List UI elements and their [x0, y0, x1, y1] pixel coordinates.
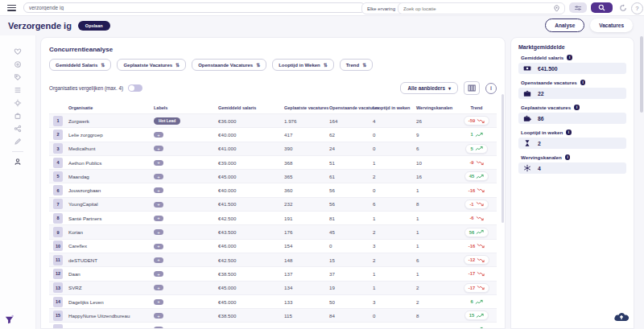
organisation-name: Korian [68, 229, 154, 235]
reset-button[interactable] [617, 2, 629, 13]
table-scrollbar[interactable] [502, 94, 504, 223]
table-row[interactable]: 8 Santé Partners + €42.500 191 81 1 1 -6 [49, 211, 497, 224]
save-button[interactable]: Opslaan [78, 21, 110, 31]
table-row[interactable]: 15 HappyNurse Uitzendbureau + €38.500 11… [49, 308, 497, 322]
table-row[interactable]: 10 Careflex + €46.000 154 0 3 1 -16 [49, 239, 497, 253]
posted-vacancies-cell: 133 [284, 299, 329, 305]
info-icon[interactable]: i [565, 154, 571, 160]
pencil-icon[interactable] [14, 138, 22, 146]
info-icon[interactable]: i [485, 83, 497, 94]
salary-cell: €43.500 [218, 229, 284, 235]
chip-gemiddeld-salaris[interactable]: Gemiddeld Salaris⇅ [49, 59, 111, 71]
cloud-sync-icon[interactable] [613, 310, 632, 323]
location-input[interactable] [398, 6, 553, 11]
providers-select[interactable]: Alle aanbieders ▾ [400, 82, 458, 94]
location-search-field[interactable] [398, 2, 565, 14]
trend-down-icon [476, 201, 484, 207]
channels-cell: 10 [416, 160, 455, 166]
trend-cell: -17 [455, 269, 498, 278]
search-icon [598, 4, 605, 11]
vacatures-button[interactable]: Vacatures [590, 19, 633, 32]
table-row[interactable]: 12 Daan + €38.500 137 37 1 1 -17 [49, 266, 497, 280]
help-button[interactable]: ? [631, 2, 643, 14]
trend-badge: -59 [464, 116, 489, 125]
gear-icon[interactable] [14, 99, 22, 107]
add-label-button[interactable]: + [154, 299, 163, 305]
posted-vacancies-cell: 148 [284, 257, 329, 263]
hot-lead-badge: Hot Lead [154, 117, 180, 125]
user-icon[interactable] [14, 158, 22, 166]
salary-cell: €41.500 [218, 201, 284, 207]
filter-funnel-icon[interactable] [4, 315, 14, 325]
list-icon[interactable] [14, 86, 22, 94]
stat-geplaatste-vacatures: Geplaatste vacaturesi 86 [518, 105, 626, 124]
tag-icon[interactable] [14, 73, 22, 81]
add-label-button[interactable]: + [154, 229, 163, 235]
rank-badge: 16 [53, 324, 63, 329]
table-row[interactable]: 7 YoungCapital + €41.500 232 56 6 8 -1 [49, 197, 497, 211]
posted-vacancies-cell: 137 [284, 271, 329, 277]
organisation-name: Santé Partners [68, 216, 154, 221]
posted-vacancies-cell: 390 [284, 146, 329, 151]
salary-cell: €45.000 [218, 285, 284, 290]
caret-down-icon: ▾ [448, 85, 451, 91]
analyse-button[interactable]: Analyse [545, 19, 584, 32]
table-row[interactable]: 5 Maandag + €45.000 365 61 2 16 45 [49, 169, 497, 183]
add-label-button[interactable]: + [154, 202, 163, 208]
stat-openstaande-vacatures: Openstaande vacaturesi 22 [518, 80, 626, 99]
add-label-button[interactable]: + [154, 216, 163, 221]
channels-cell: 16 [416, 174, 455, 179]
table-row[interactable]: 13 SVRZ + €45.000 134 19 1 2 -17 [49, 281, 497, 294]
chip-trend[interactable]: Trend⇅ [340, 59, 373, 71]
hamburger-menu-icon[interactable] [7, 5, 16, 11]
rank-badge: 7 [53, 199, 63, 209]
bag-icon[interactable] [14, 112, 22, 120]
search-button[interactable] [591, 2, 613, 13]
chip-looptijd-in-weken[interactable]: Looptijd in Weken⇅ [272, 59, 334, 71]
sort-icon: ⇅ [256, 62, 260, 68]
add-label-button[interactable]: + [154, 132, 163, 138]
add-label-button[interactable]: + [154, 313, 163, 319]
heart-icon[interactable] [14, 47, 22, 56]
share-icon[interactable] [14, 125, 22, 133]
info-icon[interactable]: i [580, 80, 586, 85]
table-row[interactable]: 4 Aethon Publics + €39.000 368 51 1 10 -… [49, 155, 497, 169]
salary-cell: €36.000 [218, 118, 284, 124]
info-icon[interactable]: i [574, 105, 580, 110]
table-row[interactable]: 14 Dagelijks Leven + €45.000 133 50 3 2 … [49, 294, 497, 308]
table-row[interactable]: 6 Jouwzorgbaan + €40.000 360 56 0 1 -16 [49, 183, 497, 196]
rank-badge: 9 [53, 227, 63, 237]
channels-cell: 2 [416, 285, 455, 290]
posted-vacancies-cell: 191 [284, 216, 329, 221]
add-label-button[interactable]: + [154, 257, 163, 263]
posted-vacancies-cell: 1.976 [284, 118, 329, 124]
add-label-button[interactable]: + [154, 146, 163, 151]
table-row[interactable]: 1 Zorgwerk Hot Lead €36.000 1.976 164 4 … [49, 113, 497, 127]
info-icon[interactable]: i [567, 55, 572, 60]
table-row[interactable]: 3 Medicalhunt + €41.000 390 24 0 6 5 [49, 142, 497, 155]
open-vacancies-cell: 37 [329, 271, 373, 277]
table-row[interactable]: 11 deSTUDENT + €42.500 148 15 2 6 -12 [49, 253, 497, 266]
organisation-name: SVRZ [68, 285, 154, 290]
trend-cell: -6 [455, 214, 498, 222]
table-row[interactable]: 9 Korian + €43.500 176 45 2 1 56 [49, 224, 497, 238]
chip-geplaatste-vacatures[interactable]: Geplaatste Vacatures⇅ [117, 59, 186, 71]
column-settings-button[interactable] [464, 81, 480, 95]
trend-up-icon [475, 146, 483, 151]
table-row[interactable]: 2 Lelie zorggroep + €40.000 417 62 0 9 1 [49, 127, 497, 141]
window-scrollbar[interactable] [640, 36, 643, 113]
filter-sliders-button[interactable] [569, 2, 587, 13]
add-label-button[interactable]: + [154, 174, 163, 179]
table-row[interactable]: 16 Cedrah + €40.000 112 20 0 8 2 [49, 322, 497, 329]
add-label-button[interactable]: + [154, 160, 163, 166]
compare-toggle[interactable] [128, 84, 142, 92]
target-icon[interactable] [14, 60, 22, 68]
chip-openstaande-vacatures[interactable]: Openstaande Vacatures⇅ [192, 59, 266, 71]
add-label-button[interactable]: + [154, 285, 163, 290]
add-label-button[interactable]: + [154, 271, 163, 277]
add-label-button[interactable]: + [154, 244, 163, 249]
sort-icon: ⇅ [324, 62, 328, 68]
info-icon[interactable]: i [566, 130, 572, 135]
keyword-search-input[interactable] [23, 2, 365, 13]
add-label-button[interactable]: + [154, 187, 163, 193]
